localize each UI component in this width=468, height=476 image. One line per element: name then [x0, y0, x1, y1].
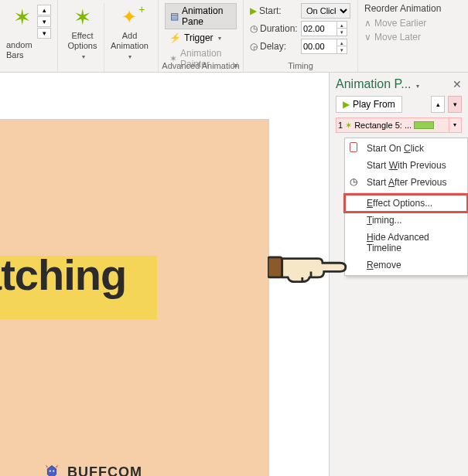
random-bars-icon: ✶	[9, 5, 34, 29]
star-icon: ✶	[345, 121, 352, 131]
down-arrow-icon: ∨	[364, 32, 371, 42]
ctx-remove[interactable]: Remove	[345, 257, 467, 274]
reorder-title: Reorder Animation	[364, 3, 462, 14]
animation-pane-button[interactable]: ▤ Animation Pane	[165, 3, 237, 29]
reorder-group: Reorder Animation ∧Move Earlier ∨Move La…	[358, 0, 468, 72]
start-select[interactable]: On Click	[301, 3, 350, 19]
pane-title: Animation P... ▾	[336, 77, 419, 91]
timing-group: ▶Start: On Click ◷Duration: ▴▾ ◶Delay: ▴…	[244, 0, 358, 72]
add-animation-label: AddAnimation	[111, 31, 149, 50]
advanced-animation-group-label: Advanced Animation	[159, 61, 243, 70]
chevron-down-icon: ▾	[82, 53, 85, 60]
lightning-icon: ⚡	[169, 32, 181, 43]
timing-group-label: Timing	[244, 61, 357, 70]
buffcom-icon	[41, 461, 63, 476]
animation-gallery-group: ✶ ▴ ▾ ▾ andom Bars	[0, 0, 58, 72]
play-from-button[interactable]: ▶ Play From	[336, 96, 402, 113]
chevron-down-icon[interactable]: ▾	[416, 83, 419, 90]
pane-icon: ▤	[170, 11, 179, 22]
slide[interactable]: atching BUFFCOM	[0, 119, 269, 476]
timeline-bar	[414, 121, 434, 129]
gallery-up[interactable]: ▴	[37, 5, 51, 15]
delay-icon: ◶	[250, 41, 258, 52]
clock-icon: ◷	[250, 23, 258, 34]
separator	[348, 192, 464, 193]
duration-spinner[interactable]: ▴▾	[336, 21, 347, 36]
random-bars-label: andom Bars	[6, 40, 51, 60]
up-arrow-icon: ∧	[364, 18, 371, 29]
slide-text[interactable]: atching	[0, 250, 126, 300]
svg-point-0	[50, 470, 51, 471]
trigger-button[interactable]: ⚡ Trigger ▾	[165, 31, 237, 45]
context-menu: Start On Click Start With Previous ◷ Sta…	[344, 138, 468, 276]
delay-input[interactable]	[301, 39, 336, 54]
play-from-label: Play From	[353, 99, 395, 110]
gallery-down[interactable]: ▾	[37, 16, 51, 27]
mouse-icon	[350, 142, 357, 152]
item-dropdown-icon[interactable]: ▾	[449, 118, 459, 132]
svg-point-1	[53, 470, 54, 471]
play-icon: ▶	[343, 99, 350, 110]
ctx-effect-options[interactable]: Effect Options...	[345, 195, 467, 212]
gallery-more[interactable]: ▾	[37, 28, 51, 39]
animation-pane-label: Animation Pane	[182, 5, 231, 27]
duration-input[interactable]	[301, 21, 336, 36]
ctx-start-on-click[interactable]: Start On Click	[345, 140, 467, 157]
add-animation-icon: ✦+	[117, 5, 142, 29]
ctx-hide-timeline[interactable]: Hide Advanced Timeline	[345, 229, 467, 257]
delay-spinner[interactable]: ▴▾	[336, 39, 347, 54]
ctx-start-with-previous[interactable]: Start With Previous	[345, 157, 467, 174]
delay-label: Delay:	[260, 41, 286, 52]
dialog-launcher-icon[interactable]: ⇲	[232, 61, 240, 69]
random-bars-effect[interactable]: ✶	[6, 3, 37, 31]
play-icon: ▶	[250, 5, 257, 16]
item-number: 1	[338, 121, 343, 130]
ctx-start-after-previous[interactable]: ◷ Start After Previous	[345, 174, 467, 191]
move-earlier-button: ∧Move Earlier	[364, 16, 462, 30]
effect-options-button[interactable]: ✶ EffectOptions ▾	[64, 3, 101, 72]
animation-pane: Animation P... ▾ ✕ ▶ Play From ▴ ▾ 1 ✶ R…	[329, 73, 468, 476]
start-label: Start:	[259, 5, 282, 16]
effect-options-icon: ✶	[70, 5, 95, 29]
item-label: Rectangle 5: ...	[354, 121, 412, 130]
effect-options-label: EffectOptions	[68, 31, 97, 50]
move-up-button[interactable]: ▴	[431, 96, 445, 113]
trigger-label: Trigger	[184, 32, 214, 43]
slide-canvas[interactable]: atching BUFFCOM	[0, 73, 329, 476]
ctx-timing[interactable]: Timing...	[345, 212, 467, 229]
advanced-animation-group: ▤ Animation Pane ⚡ Trigger ▾ ✶ Animation…	[159, 0, 244, 72]
duration-label: Duration:	[260, 23, 298, 34]
close-icon[interactable]: ✕	[453, 78, 462, 90]
logo-text: BUFFCOM	[67, 464, 142, 477]
chevron-down-icon: ▾	[128, 53, 132, 60]
move-later-button: ∨Move Later	[364, 30, 462, 44]
ribbon: ✶ ▴ ▾ ▾ andom Bars ✶ EffectOptions ▾ ✦+ …	[0, 0, 468, 73]
add-animation-button[interactable]: ✦+ AddAnimation ▾	[108, 3, 152, 72]
move-down-button[interactable]: ▾	[448, 96, 462, 113]
animation-list-item[interactable]: 1 ✶ Rectangle 5: ... ▾	[336, 117, 462, 133]
chevron-down-icon: ▾	[218, 35, 221, 42]
clock-icon: ◷	[350, 176, 362, 189]
logo: BUFFCOM	[41, 461, 142, 476]
effect-options-group: ✶ EffectOptions ▾ ✦+ AddAnimation ▾	[58, 0, 159, 72]
